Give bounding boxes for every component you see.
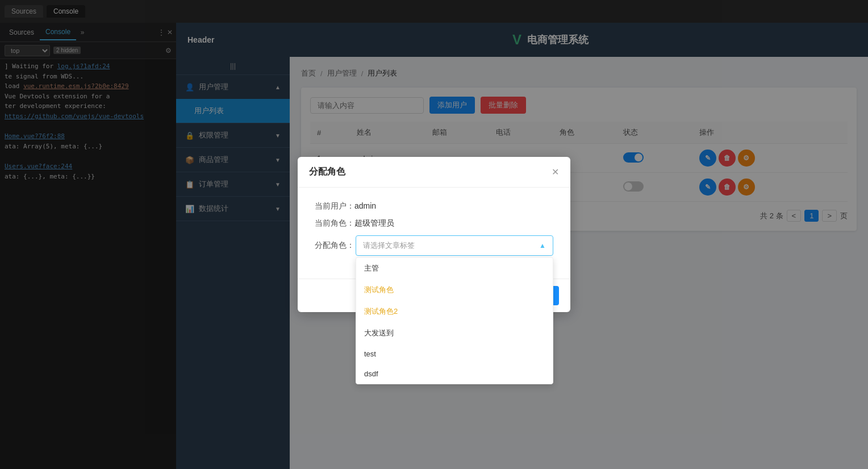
current-user-row: 当前用户：admin — [315, 201, 553, 211]
app-body: ||| 👤 用户管理 ▲ 用户列表 🔒 权限管理 — [176, 57, 868, 469]
assign-role-dialog: 分配角色 ✕ 当前用户：admin 当前角色：超级管理员 分配角色： — [298, 157, 570, 312]
current-user-value: admin — [354, 201, 376, 210]
current-role-value: 超级管理员 — [354, 218, 394, 227]
current-user-label: 当前用户： — [315, 201, 354, 210]
role-dropdown: 主管 测试角色 测试角色2 大发送到 test dsdf — [356, 257, 553, 384]
role-select-wrapper: 请选择文章标签 ▲ 主管 测试角色 测试角色2 大发送到 test — [356, 235, 553, 256]
dialog-header: 分配角色 ✕ — [298, 157, 570, 188]
current-role-label: 当前角色： — [315, 218, 354, 227]
dropdown-item-test-role[interactable]: 测试角色 — [356, 279, 553, 301]
dialog-title: 分配角色 — [309, 166, 345, 178]
role-select[interactable]: 请选择文章标签 ▲ — [356, 235, 553, 256]
dropdown-item-test-role2[interactable]: 测试角色2 — [356, 301, 553, 322]
main-content: 首页 / 用户管理 / 用户列表 添加用户 批量删除 — [290, 57, 868, 469]
main-area: Header V 电商管理系统 ||| 👤 用户管理 ▲ 用 — [176, 23, 868, 469]
dropdown-item-dafa[interactable]: 大发送到 — [356, 322, 553, 344]
dropdown-item-test[interactable]: test — [356, 344, 553, 364]
dialog-body: 当前用户：admin 当前角色：超级管理员 分配角色： 请选择文章标签 — [298, 188, 570, 279]
app-layout: Sources Console » ⋮ ✕ top 2 hidden ⚙ ] W… — [0, 23, 868, 469]
dropdown-item-zhuguan[interactable]: 主管 — [356, 258, 553, 279]
current-role-row: 当前角色：超级管理员 — [315, 218, 553, 229]
dropdown-item-dsdf[interactable]: dsdf — [356, 364, 553, 384]
select-arrow-icon: ▲ — [539, 242, 546, 250]
select-placeholder: 请选择文章标签 — [363, 240, 415, 251]
dialog-close-button[interactable]: ✕ — [552, 167, 559, 177]
assign-role-label: 分配角色： — [315, 240, 349, 251]
dialog-overlay[interactable]: 分配角色 ✕ 当前用户：admin 当前角色：超级管理员 分配角色： — [290, 57, 868, 469]
assign-role-form-row: 分配角色： 请选择文章标签 ▲ 主管 测试角色 测试 — [315, 235, 553, 256]
